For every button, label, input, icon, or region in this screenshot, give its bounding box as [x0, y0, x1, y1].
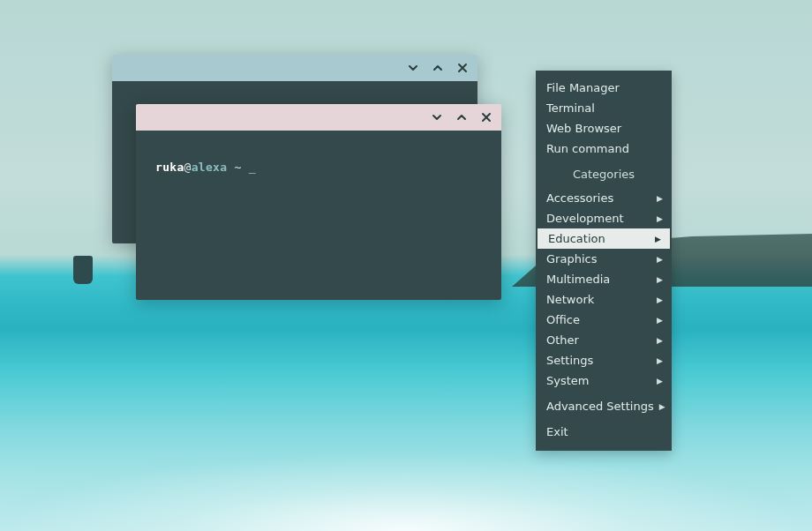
maximize-button[interactable] — [452, 108, 471, 127]
submenu-arrow-icon: ▶ — [657, 214, 663, 223]
menu-item-category[interactable]: Other▶ — [536, 330, 672, 350]
submenu-arrow-icon: ▶ — [657, 336, 663, 345]
submenu-arrow-icon: ▶ — [657, 275, 663, 284]
application-menu[interactable]: File ManagerTerminalWeb BrowserRun comma… — [536, 71, 672, 451]
menu-item-category[interactable]: Office▶ — [536, 310, 672, 330]
terminal-body-active[interactable]: ruka@alexa ~ _ — [136, 131, 501, 300]
wallpaper-foam — [0, 452, 812, 531]
wallpaper-rock — [73, 256, 93, 284]
menu-item-app[interactable]: Terminal — [536, 98, 672, 118]
menu-item-label: Accessories — [546, 191, 613, 205]
submenu-arrow-icon: ▶ — [657, 356, 663, 365]
menu-item-exit[interactable]: Exit — [536, 422, 672, 442]
menu-item-label: Other — [546, 333, 579, 347]
menu-item-label: Education — [548, 232, 605, 245]
menu-item-category[interactable]: Accessories▶ — [536, 188, 672, 208]
menu-item-label: Settings — [546, 354, 593, 367]
menu-item-label: Advanced Settings — [546, 400, 654, 413]
titlebar-inactive[interactable] — [112, 55, 477, 81]
submenu-arrow-icon: ▶ — [659, 402, 665, 411]
menu-item-category[interactable]: Graphics▶ — [536, 249, 672, 269]
menu-item-label: System — [546, 374, 589, 387]
maximize-button[interactable] — [428, 58, 447, 78]
submenu-arrow-icon: ▶ — [657, 255, 663, 264]
submenu-arrow-icon: ▶ — [657, 194, 663, 203]
minimize-button[interactable] — [427, 108, 447, 127]
prompt-cursor: _ — [249, 161, 256, 174]
menu-item-category[interactable]: Education▶ — [538, 228, 670, 249]
prompt-host: alexa — [192, 161, 228, 174]
prompt-tail: ~ — [227, 161, 248, 174]
menu-item-label: Web Browser — [546, 122, 621, 135]
menu-item-label: Terminal — [546, 101, 595, 115]
menu-item-category[interactable]: Network▶ — [536, 289, 672, 310]
menu-item-app[interactable]: File Manager — [536, 78, 672, 98]
menu-item-app[interactable]: Web Browser — [536, 118, 672, 138]
menu-item-category[interactable]: Multimedia▶ — [536, 269, 672, 289]
menu-item-label: File Manager — [546, 81, 620, 94]
menu-item-category[interactable]: Development▶ — [536, 208, 672, 228]
prompt-user: ruka — [155, 161, 184, 174]
menu-item-label: Run command — [546, 142, 629, 155]
menu-item-app[interactable]: Run command — [536, 138, 672, 159]
menu-item-label: Graphics — [546, 252, 597, 266]
close-button[interactable] — [477, 108, 496, 127]
menu-item-label: Multimedia — [546, 273, 610, 286]
minimize-button[interactable] — [403, 58, 423, 78]
submenu-arrow-icon: ▶ — [657, 316, 663, 325]
submenu-arrow-icon: ▶ — [655, 235, 661, 243]
submenu-arrow-icon: ▶ — [657, 295, 663, 304]
menu-item-category[interactable]: Settings▶ — [536, 350, 672, 370]
menu-item-label: Office — [546, 313, 580, 326]
prompt-at: @ — [184, 161, 192, 174]
terminal-window-active[interactable]: ruka@alexa ~ _ — [136, 104, 501, 300]
menu-item-label: Network — [546, 293, 594, 306]
close-button[interactable] — [453, 58, 472, 78]
menu-item-label: Development — [546, 212, 624, 225]
titlebar-active[interactable] — [136, 104, 501, 131]
menu-item-label: Exit — [546, 425, 568, 438]
submenu-arrow-icon: ▶ — [657, 377, 663, 385]
menu-item-category[interactable]: System▶ — [536, 370, 672, 391]
menu-item-advanced-settings[interactable]: Advanced Settings ▶ — [536, 396, 672, 416]
menu-categories-heading: Categories — [536, 159, 672, 188]
